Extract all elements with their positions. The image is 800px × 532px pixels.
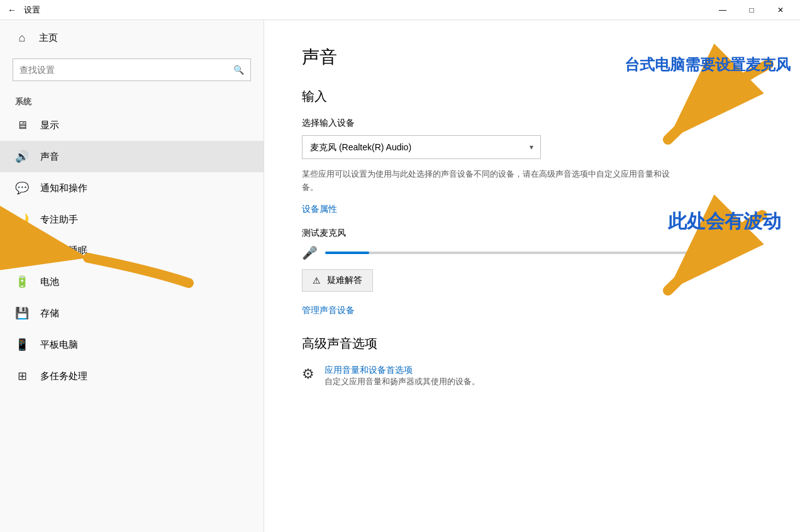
mic-test-row: 🎤 [302,245,769,260]
sidebar-item-battery[interactable]: 🔋 电池 [0,266,264,297]
app-volume-icon: ⚙ [302,366,314,382]
advanced-item-app-volume: ⚙ 应用音量和设备首选项 自定义应用音量和扬声器或其使用的设备。 [302,365,769,387]
titlebar-controls: — □ ✕ [708,0,795,20]
sidebar-item-storage[interactable]: 💾 存储 [0,297,264,329]
tablet-label: 平板电脑 [40,339,78,351]
storage-label: 存储 [40,308,59,319]
sidebar-item-tablet[interactable]: 📱 平板电脑 [0,329,264,360]
system-section-label: 系统 [0,91,264,110]
page-title: 声音 [302,45,769,69]
mic-level-bar-track [325,252,690,254]
titlebar: ← 设置 — □ ✕ [0,0,800,20]
titlebar-title: 设置 [24,4,40,16]
main-container: ⌂ 主页 🔍 系统 🖥 显示 🔊 声音 💬 通知和操作 🌙 专注助手 ⏻ 电源和… [0,20,800,532]
app-volume-desc: 自定义应用音量和扬声器或其使用的设备。 [325,376,480,387]
multitask-icon: ⊞ [15,369,29,383]
back-button[interactable]: ← [8,5,16,15]
sidebar-item-power[interactable]: ⏻ 电源和睡眠 [0,235,264,266]
tablet-icon: 📱 [15,338,29,352]
minimize-button[interactable]: — [708,0,737,20]
sidebar-home-item[interactable]: ⌂ 主页 [0,20,264,56]
warning-icon: ⚠ [313,275,321,285]
home-label: 主页 [39,32,58,44]
close-button[interactable]: ✕ [766,0,795,20]
maximize-button[interactable]: □ [737,0,766,20]
sidebar: ⌂ 主页 🔍 系统 🖥 显示 🔊 声音 💬 通知和操作 🌙 专注助手 ⏻ 电源和… [0,20,264,532]
storage-icon: 💾 [15,306,29,320]
notifications-icon: 💬 [15,181,29,195]
troubleshoot-label: 疑难解答 [327,275,362,286]
sidebar-item-notifications[interactable]: 💬 通知和操作 [0,172,264,204]
focus-label: 专注助手 [40,214,78,226]
input-device-dropdown[interactable]: 麦克风 (Realtek(R) Audio) [302,135,541,159]
home-icon: ⌂ [15,31,29,45]
power-label: 电源和睡眠 [40,245,87,257]
search-icon[interactable]: 🔍 [233,65,244,75]
sound-label: 声音 [40,151,59,163]
info-text: 某些应用可以设置为使用与此处选择的声音设备不同的设备，请在高级声音选项中自定义应… [302,168,679,194]
power-icon: ⏻ [15,244,29,257]
content-area: 声音 输入 选择输入设备 麦克风 (Realtek(R) Audio) ▾ 某些… [264,20,800,532]
display-label: 显示 [40,119,59,131]
notifications-label: 通知和操作 [40,182,87,194]
app-volume-link[interactable]: 应用音量和设备首选项 [325,365,480,376]
advanced-item-text: 应用音量和设备首选项 自定义应用音量和扬声器或其使用的设备。 [325,365,480,387]
device-properties-link[interactable]: 设备属性 [302,204,337,215]
arrow-to-dropdown [530,58,794,158]
sound-icon: 🔊 [15,150,29,163]
focus-icon: 🌙 [15,213,29,226]
multitask-label: 多任务处理 [40,370,87,382]
troubleshoot-button[interactable]: ⚠ 疑难解答 [302,269,373,292]
test-mic-label: 测试麦克风 [302,228,769,239]
input-device-dropdown-wrapper: 麦克风 (Realtek(R) Audio) ▾ [302,135,541,159]
battery-icon: 🔋 [15,275,29,289]
mic-level-bar-fill [325,252,369,254]
sidebar-item-display[interactable]: 🖥 显示 [0,110,264,141]
sidebar-item-focus[interactable]: 🌙 专注助手 [0,204,264,235]
input-section-title: 输入 [302,88,769,105]
titlebar-left: ← 设置 [8,4,40,16]
search-box[interactable]: 🔍 [13,58,251,81]
sidebar-item-multitask[interactable]: ⊞ 多任务处理 [0,360,264,392]
search-input[interactable] [19,65,233,75]
manage-devices-link[interactable]: 管理声音设备 [302,305,355,316]
microphone-icon: 🎤 [302,245,318,260]
display-icon: 🖥 [15,119,29,132]
advanced-section-title: 高级声音选项 [302,335,769,352]
battery-label: 电池 [40,276,59,288]
select-device-label: 选择输入设备 [302,118,769,129]
sidebar-item-sound[interactable]: 🔊 声音 [0,141,264,172]
